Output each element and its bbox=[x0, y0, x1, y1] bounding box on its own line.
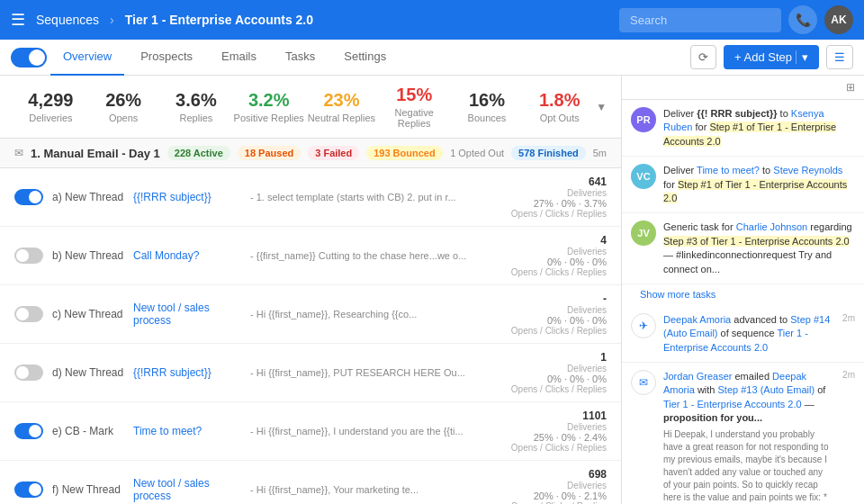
template-row-f: f) New Thread New tool / sales process -… bbox=[0, 461, 621, 504]
email-icon: ✉ bbox=[14, 147, 23, 159]
template-d-del-label: Deliveries bbox=[567, 364, 607, 374]
phone-icon-button[interactable]: 📞 bbox=[788, 5, 817, 34]
search-input[interactable] bbox=[619, 8, 781, 32]
template-a-name[interactable]: {{!RRR subject}} bbox=[133, 191, 241, 203]
template-c-stats: - Deliveries 0% · 0% · 0% Opens / Clicks… bbox=[511, 292, 607, 336]
sub-navigation: Overview Prospects Emails Tasks Settings… bbox=[0, 40, 864, 76]
link-deepak[interactable]: Deepak Amoria bbox=[663, 314, 731, 325]
template-e-stats: 1101 Deliveries 25% · 0% · 2.4% Opens / … bbox=[511, 410, 607, 453]
tab-tasks[interactable]: Tasks bbox=[273, 40, 328, 76]
template-e-rates-label: Opens / Clicks / Replies bbox=[511, 443, 607, 453]
menu-button[interactable]: ☰ bbox=[826, 45, 853, 69]
email-body-jordan: Hi Deepak, I understand you probably hav… bbox=[663, 428, 832, 504]
stat-negative-value: 15% bbox=[378, 85, 451, 105]
sequence-name: Tier 1 - Enterprise Accounts 2.0 bbox=[125, 13, 313, 27]
link-steve[interactable]: Steve Reynolds bbox=[773, 165, 842, 176]
link-seq-2[interactable]: Tier 1 - Enterprise Accounts 2.0 bbox=[663, 399, 802, 410]
template-e-rates: 25% · 0% · 2.4% bbox=[534, 432, 607, 443]
add-step-button[interactable]: + Add Step ▾ bbox=[724, 45, 819, 69]
sub-nav-right: ⟳ + Add Step ▾ ☰ bbox=[690, 45, 853, 69]
template-c-rates: 0% · 0% · 0% bbox=[547, 315, 607, 326]
filter-funnel-icon[interactable]: ⊞ bbox=[846, 81, 855, 94]
template-a-rates: 27% · 0% · 3.7% bbox=[534, 198, 607, 209]
template-e-name[interactable]: Time to meet? bbox=[133, 425, 241, 437]
template-b-toggle[interactable] bbox=[14, 248, 43, 264]
template-f-preview: - Hi {{first_name}}, Your marketing te..… bbox=[250, 484, 495, 495]
link-time-to-meet[interactable]: Time to meet? bbox=[697, 165, 760, 176]
activity-avatar-vc: VC bbox=[631, 164, 656, 189]
template-c-rates-label: Opens / Clicks / Replies bbox=[511, 326, 607, 336]
template-a-del-label: Deliveries bbox=[567, 188, 607, 198]
template-e-preview: - Hi {{first_name}}, I understand you ar… bbox=[250, 426, 495, 436]
template-a-deliveries: 641 bbox=[589, 176, 607, 188]
template-d-name[interactable]: {{!RRR subject}} bbox=[133, 366, 241, 379]
template-b-name[interactable]: Call Monday? bbox=[133, 249, 241, 262]
template-d-deliveries: 1 bbox=[600, 351, 607, 364]
template-d-rates: 0% · 0% · 0% bbox=[547, 374, 607, 384]
stat-bounces-value: 16% bbox=[451, 90, 524, 111]
stat-neutral-label: Neutral Replies bbox=[305, 112, 378, 123]
filter-icon[interactable]: ▼ bbox=[596, 101, 607, 113]
template-e-label: e) CB - Mark bbox=[52, 425, 124, 437]
stat-bounces-label: Bounces bbox=[451, 112, 524, 123]
tab-prospects[interactable]: Prospects bbox=[128, 40, 205, 76]
template-e-toggle[interactable] bbox=[14, 423, 43, 439]
stat-replies: 3.6% Replies bbox=[160, 90, 233, 123]
template-d-preview: - Hi {{first_name}}, PUT RESEARCH HERE O… bbox=[250, 367, 495, 378]
sequence-toggle[interactable] bbox=[11, 48, 47, 68]
template-c-name[interactable]: New tool / sales process bbox=[133, 302, 241, 327]
template-a-preview: - 1. select template (starts with CB) 2.… bbox=[250, 192, 495, 202]
stat-positive-replies: 3.2% Positive Replies bbox=[232, 90, 305, 123]
template-c-label: c) New Thread bbox=[52, 308, 124, 320]
refresh-button[interactable]: ⟳ bbox=[690, 45, 716, 69]
user-avatar[interactable]: AK bbox=[824, 5, 853, 34]
activity-avatar-jv: JV bbox=[631, 220, 656, 246]
activity-jordan-email: ✉ Jordan Greaser emailed Deepak Amoria w… bbox=[622, 363, 864, 504]
nav-title: Sequences bbox=[36, 13, 99, 27]
template-f-deliveries: 698 bbox=[589, 468, 607, 481]
activity-avatar-pr: PR bbox=[631, 107, 656, 132]
activity-content-vc: Deliver Time to meet? to Steve Reynolds … bbox=[663, 164, 855, 205]
template-f-stats: 698 Deliveries 20% · 0% · 2.1% Opens / C… bbox=[511, 468, 607, 504]
link-charlie[interactable]: Charlie Johnson bbox=[736, 221, 808, 232]
template-c-toggle[interactable] bbox=[14, 306, 43, 322]
stat-deliveries: 4,299 Deliveries bbox=[14, 90, 87, 123]
tab-emails[interactable]: Emails bbox=[209, 40, 269, 76]
step1-badge-failed: 3 Failed bbox=[308, 146, 359, 160]
template-a-rates-label: Opens / Clicks / Replies bbox=[511, 209, 607, 219]
template-d-toggle[interactable] bbox=[14, 364, 43, 381]
step1-badge-active: 228 Active bbox=[167, 146, 230, 160]
template-row-a: a) New Thread {{!RRR subject}} - 1. sele… bbox=[0, 168, 621, 227]
show-more-tasks: Show more tasks bbox=[622, 284, 864, 306]
template-a-toggle[interactable] bbox=[14, 189, 43, 205]
stat-positive-label: Positive Replies bbox=[232, 112, 305, 123]
nav-separator: › bbox=[110, 13, 114, 27]
template-f-toggle[interactable] bbox=[14, 482, 43, 498]
stat-opens-label: Opens bbox=[87, 112, 160, 123]
activity-content-deepak-adv: Deepak Amoria advanced to Step #14 (Auto… bbox=[663, 313, 832, 355]
template-b-deliveries: 4 bbox=[600, 234, 607, 247]
activity-item-pr: PR Deliver {{! RRR subject}} to Ksenya R… bbox=[622, 100, 864, 157]
stat-opt-outs: 1.8% Opt Outs bbox=[523, 90, 596, 123]
template-c-deliveries: - bbox=[603, 292, 607, 305]
hamburger-icon[interactable]: ☰ bbox=[11, 10, 25, 30]
activity-content-pr: Deliver {{! RRR subject}} to Ksenya Rube… bbox=[663, 107, 855, 148]
link-jordan[interactable]: Jordan Greaser bbox=[663, 371, 732, 382]
add-step-dropdown-icon[interactable]: ▾ bbox=[796, 50, 808, 64]
show-more-tasks-link[interactable]: Show more tasks bbox=[631, 285, 724, 303]
stat-opens-value: 26% bbox=[87, 90, 160, 111]
activity-item-jv: JV Generic task for Charlie Johnson rega… bbox=[622, 213, 864, 284]
stat-deliveries-value: 4,299 bbox=[14, 90, 87, 111]
step1-title: 1. Manual Email - Day 1 bbox=[31, 147, 160, 160]
stat-negative-label: Negative Replies bbox=[378, 107, 451, 129]
link-step13[interactable]: Step #13 (Auto Email) bbox=[718, 384, 815, 395]
template-f-name[interactable]: New tool / sales process bbox=[133, 477, 241, 502]
tab-settings[interactable]: Settings bbox=[331, 40, 399, 76]
template-c-preview: - Hi {{first_name}}, Researching {{co... bbox=[250, 309, 495, 320]
tab-overview[interactable]: Overview bbox=[50, 40, 124, 76]
add-step-label: + Add Step bbox=[734, 50, 792, 64]
left-panel: 4,299 Deliveries 26% Opens 3.6% Replies … bbox=[0, 76, 621, 504]
template-f-del-label: Deliveries bbox=[567, 481, 607, 490]
template-a-label: a) New Thread bbox=[52, 191, 124, 203]
template-row-d: d) New Thread {{!RRR subject}} - Hi {{fi… bbox=[0, 344, 621, 402]
